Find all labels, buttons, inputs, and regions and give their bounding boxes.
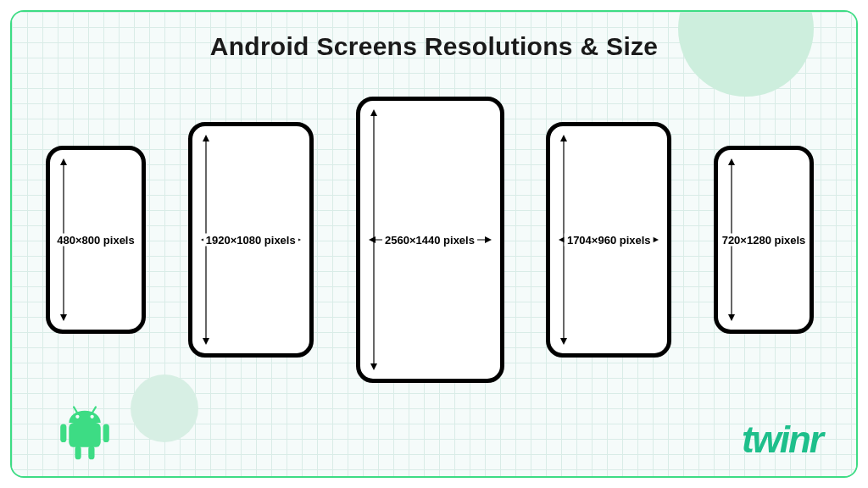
svg-marker-1 (60, 158, 67, 165)
svg-rect-36 (103, 424, 109, 442)
svg-marker-26 (728, 314, 735, 321)
phone-2: 2560×1440 pixels (356, 97, 504, 383)
svg-line-34 (92, 407, 96, 413)
svg-rect-35 (60, 424, 66, 442)
svg-marker-13 (370, 109, 377, 116)
phones-row: 480×800 pixels1920×1080 pixels2560×1440 … (46, 80, 814, 400)
svg-marker-8 (203, 338, 209, 345)
svg-marker-20 (560, 338, 567, 345)
svg-marker-16 (369, 236, 376, 243)
phone-3: 1704×960 pixels (546, 122, 671, 358)
android-icon (54, 403, 115, 468)
brand-text: twinr (742, 419, 822, 461)
resolution-label: 720×1280 pixels (720, 234, 809, 247)
resolution-label: 1704×960 pixels (565, 234, 654, 247)
svg-marker-19 (560, 135, 567, 141)
svg-marker-2 (60, 314, 67, 321)
svg-marker-7 (203, 135, 209, 141)
svg-rect-37 (75, 446, 81, 459)
svg-marker-25 (728, 158, 735, 165)
phone-1: 1920×1080 pixels (188, 122, 314, 358)
svg-marker-17 (485, 236, 492, 243)
page-title: Android Screens Resolutions & Size (12, 32, 856, 61)
svg-rect-38 (88, 446, 94, 459)
svg-rect-30 (69, 423, 100, 447)
resolution-label: 2560×1440 pixels (382, 234, 477, 247)
outer-frame: Android Screens Resolutions & Size 480×8… (10, 10, 858, 478)
resolution-label: 1920×1080 pixels (203, 234, 298, 247)
phone-4: 720×1280 pixels (714, 146, 814, 334)
brand-logo: twinr (742, 419, 822, 461)
svg-marker-14 (370, 363, 377, 370)
svg-point-31 (75, 415, 79, 419)
svg-line-33 (74, 407, 77, 413)
svg-point-32 (90, 415, 93, 419)
phone-0: 480×800 pixels (46, 146, 146, 334)
resolution-label: 480×800 pixels (54, 234, 136, 247)
